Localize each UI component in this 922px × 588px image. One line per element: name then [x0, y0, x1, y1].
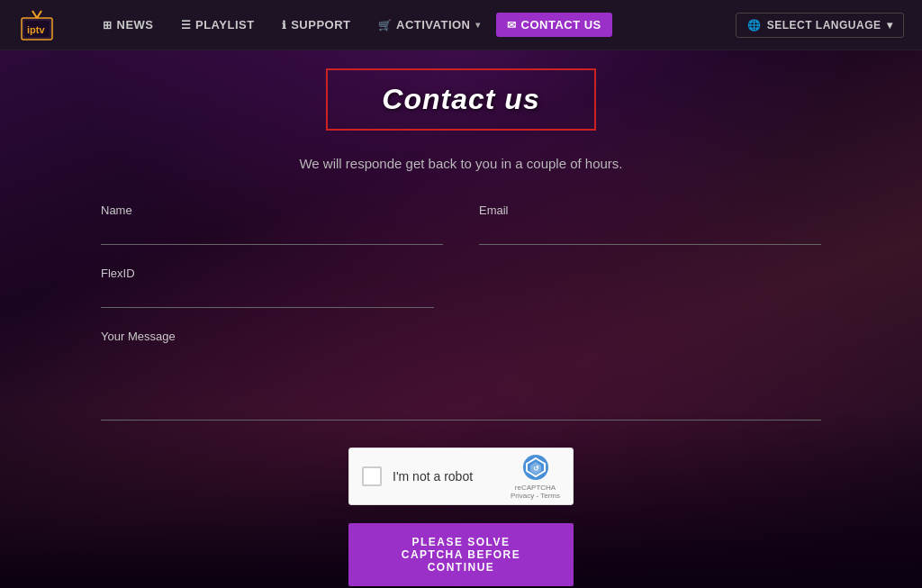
- support-icon: ℹ: [282, 19, 287, 32]
- playlist-icon: ☰: [181, 19, 192, 32]
- page-title: Contact us: [382, 83, 539, 116]
- captcha-logo: ↺ reCAPTCHA Privacy - Terms: [511, 453, 560, 500]
- svg-line-1: [32, 11, 37, 18]
- language-selector[interactable]: 🌐 SELECT LANGUAGE ▾: [736, 13, 904, 38]
- name-label: Name: [101, 204, 443, 217]
- svg-text:↺: ↺: [532, 465, 538, 473]
- lang-arrow-icon: ▾: [887, 19, 893, 32]
- form-container: Contact us We will responde get back to …: [101, 50, 821, 586]
- name-input[interactable]: [101, 222, 443, 245]
- name-group: Name: [101, 204, 443, 245]
- cart-icon: 🛒: [378, 19, 393, 32]
- nav-links: ⊞ NEWS ☰ PLAYLIST ℹ SUPPORT 🛒 ACTIVATION…: [92, 13, 904, 38]
- flexid-group: FlexID: [101, 267, 821, 308]
- captcha-links: Privacy - Terms: [511, 492, 560, 500]
- name-email-row: Name Email: [101, 204, 821, 245]
- subtitle: We will responde get back to you in a co…: [299, 156, 622, 171]
- svg-text:iptv: iptv: [27, 24, 45, 35]
- nav-item-support[interactable]: ℹ SUPPORT: [271, 13, 362, 37]
- captcha-box[interactable]: I'm not a robot ↺ reCAPTCHA Privacy -: [348, 448, 574, 505]
- main-content: Contact us We will responde get back to …: [0, 50, 922, 588]
- flexid-input[interactable]: [101, 285, 434, 308]
- globe-icon: 🌐: [747, 19, 762, 32]
- submit-button[interactable]: PLEASE SOLVE CAPTCHA BEFORE CONTINUE: [348, 523, 574, 586]
- captcha-brand-text: reCAPTCHA Privacy - Terms: [511, 484, 560, 500]
- message-input[interactable]: [101, 348, 821, 421]
- message-label: Your Message: [101, 330, 821, 343]
- flexid-label: FlexID: [101, 267, 821, 280]
- nav-item-activation[interactable]: 🛒 ACTIVATION ▾: [367, 13, 492, 37]
- dropdown-arrow-icon: ▾: [475, 20, 481, 30]
- nav-item-contact[interactable]: ✉ CONTACT US: [496, 13, 612, 37]
- recaptcha-logo-icon: ↺: [521, 453, 550, 482]
- email-input[interactable]: [479, 222, 821, 245]
- email-label: Email: [479, 204, 821, 217]
- svg-line-2: [37, 11, 41, 18]
- captcha-container: I'm not a robot ↺ reCAPTCHA Privacy -: [348, 448, 574, 505]
- nav-item-playlist[interactable]: ☰ PLAYLIST: [170, 13, 266, 37]
- navbar: iptv ⊞ NEWS ☰ PLAYLIST ℹ SUPPORT 🛒 ACTIV…: [0, 0, 922, 50]
- nav-item-news[interactable]: ⊞ NEWS: [92, 13, 165, 37]
- captcha-checkbox[interactable]: [362, 466, 382, 486]
- logo[interactable]: iptv: [18, 9, 56, 41]
- captcha-label: I'm not a robot: [393, 469, 500, 484]
- email-group: Email: [479, 204, 821, 245]
- contact-title-box: Contact us: [326, 68, 595, 131]
- news-icon: ⊞: [103, 19, 113, 32]
- message-group: Your Message: [101, 330, 821, 421]
- flexid-row: FlexID: [101, 267, 821, 308]
- contact-nav-icon: ✉: [507, 19, 517, 32]
